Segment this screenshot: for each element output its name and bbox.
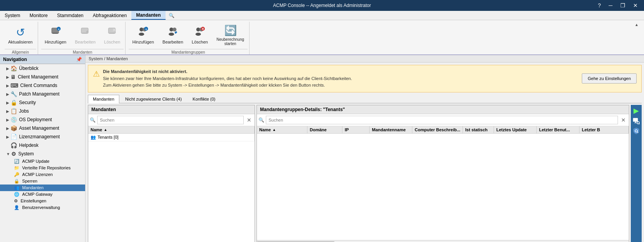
sidebar-item-system[interactable]: ▼ ⚙ System <box>0 150 85 158</box>
file-repos-icon: 📁 <box>14 165 19 170</box>
sidebar-item-client-management[interactable]: ▶ 🖥 Client Management <box>0 73 85 81</box>
ribbon-btn-aktualisieren[interactable]: ↺ Aktualisieren <box>5 22 36 48</box>
left-panel-title: Mandanten <box>88 105 255 114</box>
home-icon: 🏠 <box>10 65 17 71</box>
monitor-search-icon <box>633 117 640 124</box>
svg-point-26 <box>637 122 639 124</box>
tenants-row-icon: 👥 <box>91 135 96 140</box>
close-button[interactable]: ✕ <box>630 2 641 9</box>
tab-konflikte[interactable]: Konflikte (0) <box>188 95 221 103</box>
left-table-header: Name ▲ <box>88 126 255 134</box>
right-table-body <box>257 134 629 240</box>
sidebar-item-patch-management[interactable]: ▶ 🔧 Patch Management <box>0 90 85 98</box>
ribbon-btn-hinzufuegen1[interactable]: + Hinzufügen <box>41 22 70 48</box>
system-icon: ⚙ <box>11 151 16 157</box>
ribbon-btn-hinzufuegen2[interactable]: + Hinzufügen <box>129 22 157 48</box>
table-row[interactable]: 👥 Tenants [0] <box>88 134 255 141</box>
sidebar-header: Navigation 📌 <box>0 55 85 64</box>
ribbon-section-mandanten: + Hinzufügen Bearbeiten <box>40 22 126 54</box>
right-search-bar: 🔍 ✕ <box>257 114 629 126</box>
sidebar-item-asset-management[interactable]: ▶ 📦 Asset Management <box>0 124 85 132</box>
play-button[interactable]: ▶ <box>632 106 641 115</box>
edit-group-icon <box>168 26 178 39</box>
sidebar-subitem-acmp-update[interactable]: 🔄 ACMP Update <box>0 158 85 165</box>
sidebar-item-client-commands[interactable]: ▶ ⌨ Client Commands <box>0 81 85 90</box>
menu-stammdaten[interactable]: Stammdaten <box>52 11 88 20</box>
search-client-button[interactable] <box>632 117 641 125</box>
svg-text:+: + <box>58 28 59 31</box>
svg-rect-23 <box>633 118 638 122</box>
os-deployment-icon: 💿 <box>10 117 17 123</box>
sidebar-subitem-mandanten[interactable]: 👥 Mandanten <box>0 185 85 191</box>
horizontal-scrollbar[interactable] <box>257 240 629 242</box>
side-actions-panel: ▶ <box>631 105 642 242</box>
pin-icon[interactable]: 📌 <box>76 57 82 62</box>
ribbon-btn-loeschen1[interactable]: Löschen <box>101 22 124 48</box>
warning-banner: ⚠ Die Mandantenfähigkeit ist nicht aktiv… <box>88 65 642 92</box>
helpdesk-icon: 🎧 <box>10 142 17 148</box>
menu-monitore[interactable]: Monitore <box>25 11 52 20</box>
search-menu-icon[interactable]: 🔍 <box>166 12 178 19</box>
svg-point-16 <box>173 28 176 31</box>
search-clear-left[interactable]: ✕ <box>245 117 253 123</box>
sidebar-item-uebersicht[interactable]: ▶ 🏠 Überblick <box>0 64 85 73</box>
svg-line-27 <box>639 124 640 124</box>
ribbon-group-label-allgemein: Allgemein <box>5 49 36 54</box>
help-button[interactable]: ? <box>595 2 604 9</box>
content-area: System / Mandanten ⚠ Die Mandantenfähigk… <box>86 55 644 242</box>
sidebar-item-lizenzmanagement[interactable]: ▶ 📄 Lizenzmanagement <box>0 132 85 141</box>
panels: Mandanten 🔍 ✕ Name ▲ 👥 T <box>86 103 644 242</box>
client-commands-icon: ⌨ <box>10 82 18 89</box>
sidebar-subitem-verteilte-file[interactable]: 📁 Verteilte File Repositories <box>0 165 85 171</box>
svg-rect-7 <box>109 33 115 34</box>
goto-settings-button[interactable]: Gehe zu Einstellungen <box>582 73 637 84</box>
ribbon-btn-neuberechnung[interactable]: 🔄 Neuberechnung starten <box>213 22 248 48</box>
warning-line2: Sie können zwar hier Ihre Mandanten-Infr… <box>103 75 579 82</box>
tab-nicht-zugewiesene[interactable]: Nicht zugewiesene Clients (4) <box>120 95 187 103</box>
tab-bar: Mandanten Nicht zugewiesene Clients (4) … <box>88 95 642 103</box>
ribbon-section-allgemein: ↺ Aktualisieren Allgemein <box>3 22 38 54</box>
svg-rect-24 <box>635 122 636 123</box>
right-panel-title: Mandantengruppen-Details: "Tenants" <box>257 105 629 114</box>
right-panel: Mandantengruppen-Details: "Tenants" 🔍 ✕ … <box>257 105 629 242</box>
shield-search-button[interactable] <box>632 127 641 135</box>
add-client-icon: + <box>50 26 61 39</box>
breadcrumb: System / Mandanten <box>86 55 644 63</box>
menu-mandanten[interactable]: Mandanten <box>131 11 165 20</box>
right-search-input[interactable] <box>266 116 618 124</box>
sidebar-subitem-sperren[interactable]: 🔒 Sperren <box>0 178 85 185</box>
sidebar-item-jobs[interactable]: ▶ 📋 Jobs <box>0 107 85 115</box>
ribbon-btn-bearbeiten1[interactable]: Bearbeiten <box>72 22 99 48</box>
left-panel: Mandanten 🔍 ✕ Name ▲ 👥 T <box>88 105 255 242</box>
col-letzter-benut: Letzter Benut... <box>537 126 579 133</box>
svg-rect-6 <box>108 28 115 33</box>
col-name-right: Name ▲ <box>257 126 307 133</box>
menu-abfrageaktionen[interactable]: Abfrageaktionen <box>88 11 131 20</box>
add-group-icon: + <box>138 26 148 39</box>
menu-system[interactable]: System <box>0 11 25 20</box>
maximize-button[interactable]: ❐ <box>617 2 628 9</box>
patch-icon: 🔧 <box>10 91 17 97</box>
ribbon-btn-loeschen2[interactable]: × Löschen <box>188 22 211 48</box>
sidebar-item-os-deployment[interactable]: ▶ 💿 OS Deployment <box>0 115 85 124</box>
svg-rect-5 <box>82 33 87 34</box>
left-search-bar: 🔍 ✕ <box>88 114 255 126</box>
svg-point-12 <box>139 33 144 36</box>
sidebar-item-security[interactable]: ▶ 🔒 Security <box>0 98 85 107</box>
ribbon-collapse-button[interactable]: ▲ <box>632 22 641 28</box>
main-layout: Navigation 📌 ▶ 🏠 Überblick ▶ 🖥 Client Ma… <box>0 55 644 242</box>
warning-icon: ⚠ <box>93 69 100 78</box>
sidebar-subitem-einstellungen[interactable]: ⚙ Einstellungen <box>0 198 85 204</box>
sidebar-item-helpdesk[interactable]: ▶ 🎧 Helpdesk <box>0 141 85 150</box>
sidebar-subitem-benutzerverwaltung[interactable]: 👤 Benutzerverwaltung <box>0 204 85 211</box>
search-clear-right[interactable]: ✕ <box>620 117 627 123</box>
col-mandantenname: Mandantenname <box>370 126 412 133</box>
sidebar-subitem-acmp-lizenzen[interactable]: 🔑 ACMP Lizenzen <box>0 171 85 178</box>
minimize-button[interactable]: ─ <box>606 2 616 9</box>
left-search-input[interactable] <box>97 116 244 124</box>
tab-mandanten[interactable]: Mandanten <box>88 95 119 103</box>
ribbon-btn-bearbeiten2[interactable]: Bearbeiten <box>159 22 187 48</box>
right-table-header: Name ▲ Domäne IP Mandantenname Computer … <box>257 126 629 134</box>
svg-rect-25 <box>634 123 637 123</box>
sidebar-subitem-acmp-gateway[interactable]: 🌐 ACMP Gateway <box>0 191 85 198</box>
